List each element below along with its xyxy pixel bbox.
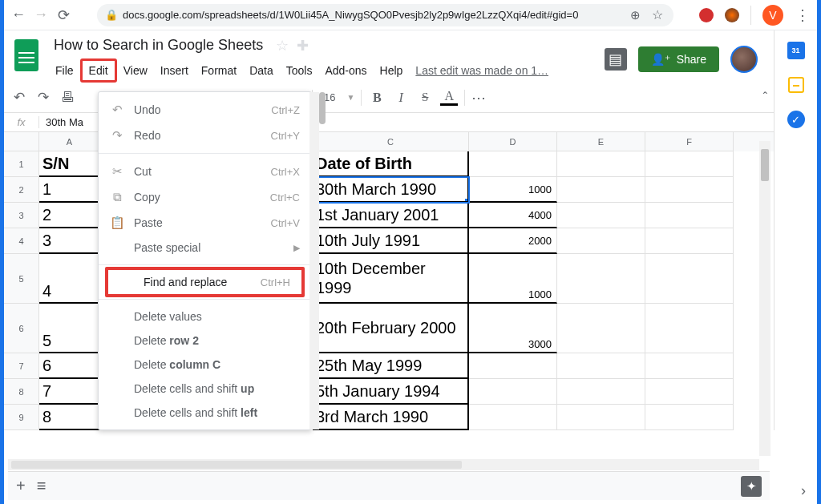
menu-item-undo[interactable]: ↶ Undo Ctrl+Z [99,97,311,123]
cell[interactable] [645,177,734,203]
menu-tools[interactable]: Tools [280,61,319,80]
cell[interactable] [645,254,734,304]
menu-item-find-replace[interactable]: Find and replace Ctrl+H [105,267,305,297]
menu-item-paste-special[interactable]: Paste special ▶ [99,236,311,260]
share-button[interactable]: 👤⁺ Share [638,46,719,72]
cell[interactable]: 25th May 1999 [313,353,469,379]
row-header-4[interactable]: 4 [4,228,39,254]
row-header-9[interactable]: 9 [4,405,39,430]
cell[interactable] [557,254,645,304]
menu-format[interactable]: Format [195,61,243,80]
bold-icon[interactable]: B [368,91,386,105]
dropdown-icon[interactable]: ▼ [346,93,354,102]
cell[interactable]: 8 [39,405,100,430]
menu-addons[interactable]: Add-ons [318,61,373,80]
menu-item-delete-column[interactable]: Delete column C [99,353,311,377]
user-avatar[interactable] [730,46,758,73]
menu-item-copy[interactable]: ⧉ Copy Ctrl+C [99,184,311,210]
calendar-icon[interactable] [787,42,805,59]
document-title[interactable]: How to Search in Google Sheets [49,35,268,55]
print-icon[interactable]: 🖶 [59,90,76,106]
menu-item-delete-row[interactable]: Delete row 2 [99,329,311,353]
menu-item-delete-values[interactable]: Delete values [99,304,311,329]
last-edit-text[interactable]: Last edit was made on 1… [415,64,548,77]
col-header-c[interactable]: C [313,132,469,151]
extension-icon-1[interactable] [699,8,714,22]
row-header-6[interactable]: 6 [4,304,39,353]
cell[interactable] [645,203,734,228]
cell[interactable]: 1 [39,177,100,203]
bookmark-star-icon[interactable]: ☆ [649,7,665,23]
row-header-7[interactable]: 7 [4,353,39,379]
all-sheets-icon[interactable]: ≡ [37,477,47,495]
cell[interactable]: 1000 [469,254,557,304]
cell[interactable]: 3000 [469,304,557,353]
col-header-f[interactable]: F [645,132,734,151]
menu-scrollbar-thumb[interactable] [319,92,326,124]
cell[interactable] [557,304,645,353]
horizontal-scrollbar[interactable] [8,459,759,470]
cell[interactable]: S/N [39,151,100,177]
cell[interactable] [645,405,734,430]
row-header-3[interactable]: 3 [4,203,39,228]
menu-item-paste[interactable]: 📋 Paste Ctrl+V [99,210,311,236]
cell[interactable] [557,151,645,177]
explore-button[interactable]: ✦ [741,476,762,497]
col-header-e[interactable]: E [557,132,645,151]
italic-icon[interactable]: I [392,91,410,105]
cell[interactable] [645,228,734,254]
cell[interactable] [645,151,734,177]
cell[interactable]: Date of Birth [313,151,469,177]
undo-icon[interactable]: ↶ [10,89,28,106]
star-icon[interactable]: ☆ [276,37,289,54]
cell[interactable]: 4000 [469,203,557,228]
cell[interactable] [557,405,645,430]
formula-content[interactable]: 30th Ma [39,116,83,128]
cell[interactable] [645,379,734,405]
kebab-menu-icon[interactable]: ⋮ [795,7,811,23]
extension-icon-2[interactable] [725,8,739,22]
menu-view[interactable]: View [117,61,154,80]
cell[interactable]: 2 [39,203,100,228]
cell[interactable]: 2000 [469,228,557,254]
more-icon[interactable]: ⋯ [471,89,487,107]
keep-icon[interactable] [788,77,804,93]
show-sidepanel-icon[interactable]: › [801,482,806,499]
cell[interactable]: 20th February 2000 [313,304,469,353]
strikethrough-icon[interactable]: S [416,91,434,104]
menu-scrollbar-track[interactable] [309,92,319,429]
cell[interactable] [469,405,557,430]
menu-item-delete-shift-left[interactable]: Delete cells and shift left [99,401,311,425]
menu-data[interactable]: Data [243,61,280,80]
cell[interactable]: 6 [39,353,100,379]
cell[interactable]: 3 [39,228,100,254]
cell[interactable] [469,353,557,379]
cell[interactable] [645,304,734,353]
cell[interactable] [645,353,734,379]
menu-file[interactable]: File [49,61,80,80]
menu-item-delete-shift-up[interactable]: Delete cells and shift up [99,377,311,401]
select-all-corner[interactable] [4,132,39,151]
cell[interactable]: 5th January 1994 [313,379,469,405]
redo-icon[interactable]: ↷ [34,89,52,106]
menu-insert[interactable]: Insert [154,61,195,80]
cell[interactable] [557,177,645,203]
cell[interactable]: 10th December 1999 [313,254,469,304]
forward-icon[interactable]: → [33,7,49,23]
row-header-5[interactable]: 5 [4,254,39,304]
text-color-icon[interactable]: A [440,89,458,106]
menu-help[interactable]: Help [374,61,410,80]
cell[interactable]: 10th July 1991 [313,228,469,254]
col-header-d[interactable]: D [469,132,557,151]
menu-item-cut[interactable]: ✂ Cut Ctrl+X [99,159,311,184]
add-sheet-icon[interactable]: + [16,477,26,495]
scrollbar-thumb[interactable] [11,461,462,469]
cell[interactable] [557,379,645,405]
cell[interactable] [469,151,557,177]
collapse-toolbar-icon[interactable]: ˆ [763,91,767,105]
cell[interactable] [557,353,645,379]
cell-selected[interactable]: 30th March 1990 [313,177,469,203]
address-bar[interactable]: 🔒 docs.google.com/spreadsheets/d/1W0Lii4… [97,4,673,26]
reload-icon[interactable]: ⟳ [55,7,71,23]
back-icon[interactable]: ← [10,7,26,23]
